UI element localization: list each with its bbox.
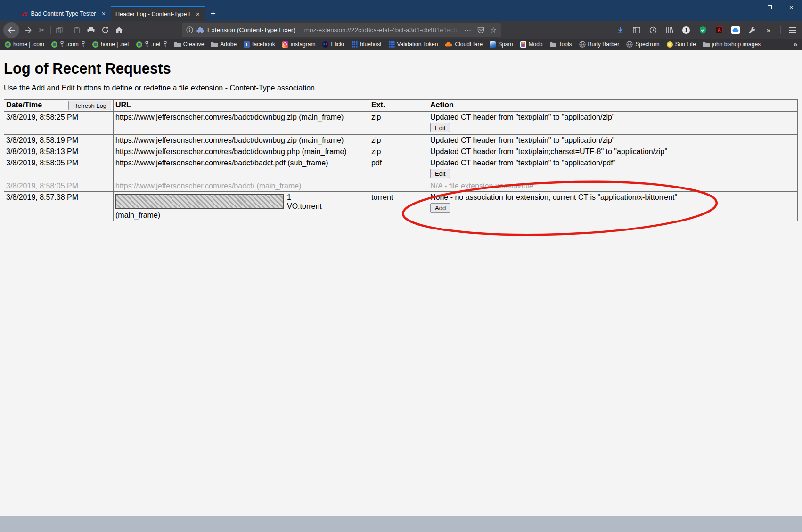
toolbar-divider — [68, 26, 68, 34]
bookmark-label: Burly Barber — [588, 41, 620, 48]
cell-url: https://www.jeffersonscher.com/res/badct… — [114, 180, 369, 192]
close-tab-icon[interactable]: × — [195, 10, 201, 18]
close-window-button[interactable]: × — [780, 0, 802, 15]
intro-text: Use the Add and Edit buttons to define o… — [4, 84, 798, 92]
developer-tools-button[interactable] — [746, 24, 758, 36]
bookmark-burly-barber[interactable]: Burly Barber — [579, 41, 620, 48]
maximize-button[interactable] — [759, 0, 780, 15]
cut-button[interactable]: ✂ — [35, 24, 49, 37]
copy-button[interactable] — [52, 24, 66, 37]
action-text: N/A - file extension unavailable — [430, 181, 795, 190]
print-button[interactable] — [84, 24, 98, 37]
action-text: Updated CT header from "text/plain" to "… — [430, 158, 795, 167]
modo-icon — [520, 41, 526, 48]
page-actions: ⋯ ☆ — [464, 25, 497, 34]
table-row: 3/8/2019, 8:57:38 PM1VO.torrent (main_fr… — [4, 192, 798, 221]
titlebar: JS Bad Content-Type Tester × Header Log … — [0, 0, 802, 21]
bookmark-flickr[interactable]: Flickr — [322, 41, 344, 48]
overflow-menu-button[interactable]: » — [762, 24, 775, 36]
cell-ext: pdf — [369, 157, 428, 180]
security-shield-button[interactable] — [696, 24, 709, 36]
cell-ext — [369, 180, 428, 192]
bookmark-modo[interactable]: Modo — [520, 41, 543, 48]
sunlife-icon — [667, 41, 673, 48]
bookmark-label: instagram — [291, 41, 316, 48]
close-tab-icon[interactable]: × — [100, 10, 107, 17]
sidebar-button[interactable] — [630, 24, 643, 36]
tab-title: Bad Content-Type Tester — [31, 10, 97, 17]
header-datetime: Date/Time Refresh Log — [4, 100, 114, 112]
forward-button[interactable] — [21, 24, 35, 37]
tab-title: Header Log - Content-Type Fixer — [115, 11, 191, 17]
bookmark-bluehost[interactable]: bluehost — [352, 41, 381, 48]
cloudflare-icon — [445, 42, 452, 47]
cell-action: Updated CT header from "text/plain" to "… — [428, 112, 798, 135]
paste-button[interactable] — [70, 24, 84, 37]
history-button[interactable] — [647, 24, 659, 36]
edit-button[interactable]: Edit — [430, 169, 450, 178]
bookmark-label: Modo — [529, 41, 543, 48]
bookmark-label: CloudFlare — [455, 41, 483, 48]
bookmark-adobe[interactable]: Adobe — [211, 41, 237, 48]
bookmark-validation-token[interactable]: Validation Token — [389, 41, 438, 48]
table-row: 3/8/2019, 8:58:19 PMhttps://www.jefferso… — [4, 135, 798, 146]
bookmark-home-com[interactable]: home | .com — [5, 41, 44, 48]
page-actions-icon[interactable]: ⋯ — [464, 26, 472, 34]
bookmark-facebook[interactable]: ffacebook — [244, 41, 275, 48]
new-tab-button[interactable]: + — [205, 6, 221, 21]
cell-ext: zip — [369, 112, 428, 135]
app-menu-button[interactable] — [786, 24, 799, 36]
key-icon — [145, 41, 149, 48]
identity-box[interactable]: Extension (Content-Type Fixer) — [186, 26, 300, 33]
reload-button[interactable] — [98, 24, 112, 37]
library-button[interactable] — [663, 24, 676, 36]
instagram-icon — [282, 41, 288, 48]
table-row: 3/8/2019, 8:58:05 PMhttps://www.jefferso… — [4, 157, 798, 180]
minimize-button[interactable]: – — [737, 0, 759, 15]
clipboard-icon — [74, 27, 80, 33]
bookmark-com[interactable]: .com — [51, 41, 85, 48]
bookmark-label: .net — [151, 41, 161, 48]
edit-button[interactable]: Edit — [430, 123, 450, 132]
cell-action: Updated CT header from "text/plain" to "… — [428, 135, 798, 146]
bookmark-creative[interactable]: Creative — [174, 41, 205, 48]
bookmark-net[interactable]: .net — [136, 41, 167, 48]
url-fragment: 1 — [287, 193, 291, 201]
bookmark-spam[interactable]: Spam — [490, 41, 513, 48]
bookmark-home-net[interactable]: home | .net — [92, 41, 129, 48]
bookmark-cloudflare[interactable]: CloudFlare — [445, 41, 483, 48]
home-button[interactable] — [112, 24, 126, 37]
cloud-icon — [731, 26, 740, 34]
acrobat-button[interactable]: A — [713, 24, 725, 36]
bookmark-label: home | .net — [101, 41, 129, 48]
onepassword-button[interactable]: 1 — [680, 24, 692, 36]
bookmark-label: .com — [66, 41, 79, 48]
key-icon — [81, 41, 85, 48]
photo-blue-icon — [490, 41, 496, 48]
cell-ext: zip — [369, 135, 428, 146]
bookmark-tools[interactable]: Tools — [550, 41, 572, 48]
download-button[interactable] — [614, 24, 626, 36]
bookmark-john-bishop-images[interactable]: john bishop images — [703, 41, 761, 48]
action-text: Updated CT header from "text/plain;chars… — [430, 147, 795, 156]
bookmark-spectrum[interactable]: Spectrum — [626, 41, 659, 48]
add-button[interactable]: Add — [430, 203, 450, 213]
tab-bad-content-type-tester[interactable]: JS Bad Content-Type Tester × — [17, 6, 111, 21]
action-text: Updated CT header from "text/plain" to "… — [430, 113, 795, 122]
page-content: Log of Recent Requests Use the Add and E… — [0, 60, 802, 221]
back-button[interactable] — [3, 22, 19, 38]
toolbar-right-icons: 1 A » — [614, 24, 799, 36]
url-bar[interactable]: Extension (Content-Type Fixer) moz-exten… — [182, 23, 501, 37]
bookmark-instagram[interactable]: instagram — [282, 41, 316, 48]
bookmark-label: Spectrum — [635, 41, 659, 48]
bookmark-label: Adobe — [220, 41, 237, 48]
bookmark-label: john bishop images — [712, 41, 761, 48]
tab-header-log[interactable]: Header Log - Content-Type Fixer × — [111, 6, 205, 21]
refresh-log-button[interactable]: Refresh Log — [68, 101, 111, 110]
bookmark-sun-life[interactable]: Sun Life — [667, 41, 696, 48]
bookmark-star-icon[interactable]: ☆ — [490, 25, 497, 34]
icloud-button[interactable] — [729, 24, 742, 36]
pocket-icon[interactable] — [477, 27, 484, 33]
toolbar-divider — [780, 26, 781, 34]
bookmarks-overflow-icon[interactable]: » — [794, 41, 797, 48]
